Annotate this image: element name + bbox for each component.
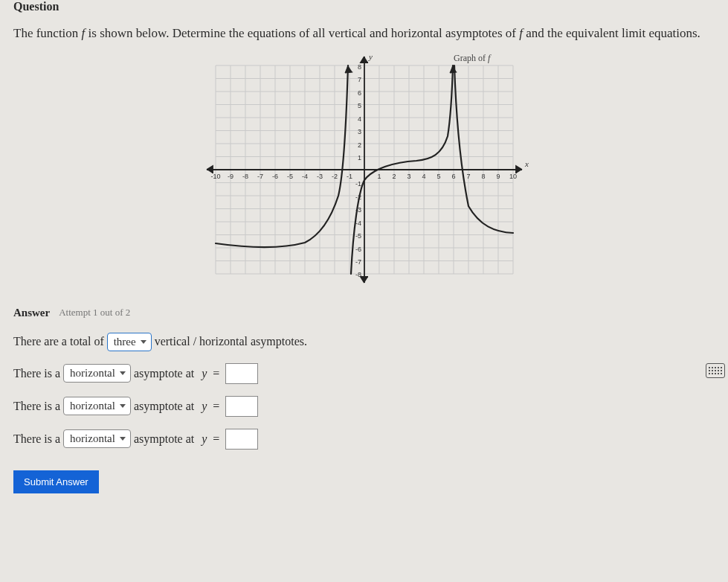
chevron-down-icon (141, 340, 146, 344)
svg-text:1: 1 (377, 173, 381, 180)
asymptote-type-select[interactable]: horizontal (63, 429, 131, 448)
row-pre: There is a (13, 367, 60, 380)
question-heading: Question (13, 0, 715, 13)
svg-text:10: 10 (509, 173, 516, 180)
svg-text:-9: -9 (227, 173, 233, 180)
svg-text:8: 8 (481, 173, 485, 180)
svg-text:-4: -4 (355, 220, 361, 227)
total-post: vertical / horizontal asymptotes. (155, 335, 307, 348)
svg-text:4: 4 (422, 173, 425, 180)
svg-text:-5: -5 (286, 173, 292, 180)
equals: = (213, 400, 219, 413)
svg-text:-6: -6 (355, 246, 361, 253)
total-asymptote-select[interactable]: three (107, 333, 152, 351)
prompt-text: The function (13, 26, 82, 40)
total-asymptote-value: three (114, 336, 136, 348)
graph-of-f: -10-9-8-7-6-5-4-3-2-1 12345678910 876543… (186, 51, 543, 289)
svg-text:y: y (368, 52, 373, 61)
equals: = (213, 432, 219, 446)
asymptote-type-select[interactable]: horizontal (63, 364, 131, 383)
asymptote-type-value: horizontal (70, 432, 115, 445)
total-pre: There are a total of (13, 335, 104, 348)
equals: = (213, 367, 219, 380)
keyboard-icon[interactable] (706, 363, 725, 378)
asymptote-row: There is a horizontal asymptote at y = (13, 363, 715, 384)
svg-text:3: 3 (407, 173, 410, 180)
svg-text:1: 1 (357, 154, 361, 162)
svg-text:-10: -10 (210, 173, 220, 180)
svg-text:6: 6 (451, 173, 455, 180)
graph-title: Graph of f (454, 53, 492, 63)
svg-text:-8: -8 (355, 271, 361, 278)
submit-button[interactable]: Submit Answer (13, 470, 99, 493)
svg-text:-7: -7 (257, 173, 262, 180)
row-pre: There is a (13, 400, 60, 413)
var-y: y (202, 400, 207, 413)
asymptote-value-input[interactable] (225, 429, 258, 450)
asymptote-type-select[interactable]: horizontal (63, 397, 131, 415)
chevron-down-icon (120, 371, 126, 375)
prompt-text: and the equivalent limit equations. (523, 26, 700, 40)
asymptote-type-value: horizontal (70, 400, 115, 412)
svg-text:4: 4 (357, 115, 361, 123)
svg-text:-2: -2 (331, 173, 337, 180)
row-mid: asymptote at (134, 432, 194, 446)
svg-text:7: 7 (466, 173, 470, 180)
chevron-down-icon (120, 404, 126, 408)
svg-text:-8: -8 (242, 173, 248, 180)
svg-text:-6: -6 (271, 173, 277, 180)
asymptote-row: There is a horizontal asymptote at y = (13, 429, 715, 450)
svg-text:-5: -5 (355, 232, 361, 240)
asymptote-value-input[interactable] (225, 363, 258, 384)
svg-text:5: 5 (437, 173, 440, 180)
var-y: y (202, 432, 207, 446)
row-pre: There is a (13, 432, 60, 446)
svg-text:9: 9 (496, 173, 500, 180)
svg-text:-1: -1 (346, 173, 352, 180)
asymptote-row: There is a horizontal asymptote at y = (13, 396, 715, 417)
svg-text:-3: -3 (316, 173, 322, 180)
svg-text:6: 6 (357, 89, 361, 97)
prompt-text: is shown below. Determine the equations … (85, 26, 519, 40)
svg-text:8: 8 (357, 63, 361, 71)
chevron-down-icon (120, 437, 126, 441)
svg-text:-4: -4 (301, 173, 307, 180)
svg-text:-7: -7 (355, 258, 361, 266)
svg-text:-1: -1 (355, 180, 361, 188)
svg-text:2: 2 (392, 173, 396, 180)
svg-text:2: 2 (357, 141, 361, 149)
svg-text:x: x (524, 159, 529, 168)
svg-text:5: 5 (357, 102, 361, 109)
var-y: y (202, 367, 207, 380)
answer-label: Answer (13, 307, 50, 319)
row-mid: asymptote at (134, 400, 194, 413)
svg-text:3: 3 (357, 128, 361, 135)
attempt-counter: Attempt 1 out of 2 (59, 307, 130, 319)
asymptote-value-input[interactable] (225, 396, 258, 417)
asymptote-type-value: horizontal (70, 367, 115, 380)
question-prompt: The function f is shown below. Determine… (13, 24, 715, 43)
row-mid: asymptote at (134, 367, 194, 380)
svg-text:7: 7 (357, 76, 361, 83)
